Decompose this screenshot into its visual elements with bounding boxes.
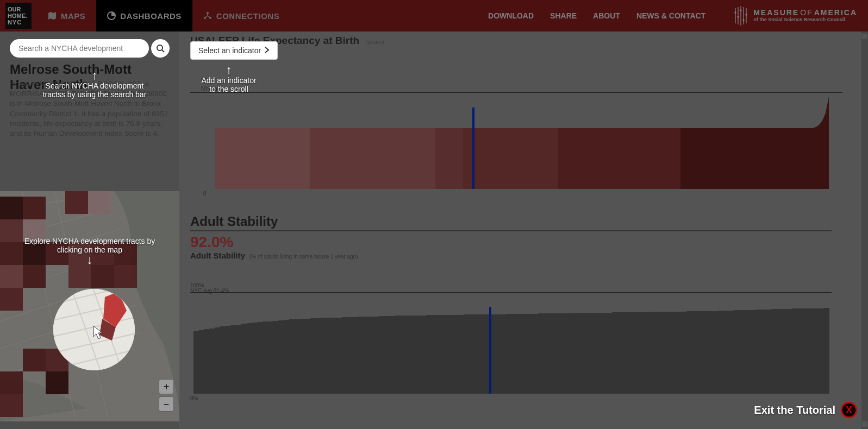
- pie-icon: [107, 11, 116, 20]
- chart2-value: 92.0%: [190, 234, 842, 251]
- svg-point-13: [746, 14, 747, 15]
- moa-word-1: MEASURE: [753, 8, 799, 17]
- moa-word-3: AMERICA: [814, 8, 857, 17]
- app-logo[interactable]: OUR HOME. NYC: [5, 3, 32, 29]
- vertical-scrollbar[interactable]: [861, 31, 868, 429]
- link-news-contact[interactable]: NEWS & CONTACT: [636, 11, 705, 20]
- svg-rect-46: [46, 371, 68, 394]
- logo-line-1: OUR: [8, 6, 21, 12]
- zoom-in-button[interactable]: +: [159, 379, 174, 394]
- svg-rect-28: [65, 191, 88, 214]
- zoom-controls: + –: [159, 379, 174, 412]
- svg-line-15: [162, 50, 164, 52]
- svg-rect-48: [0, 394, 23, 417]
- up-arrow-icon: ↑: [35, 70, 154, 81]
- primary-nav: MAPS DASHBOARDS CONNECTIONS: [37, 0, 290, 31]
- chart2-sub: Adult Stability (% of adults living in s…: [190, 251, 842, 260]
- chart2-highlight: [489, 307, 491, 394]
- moa-text: MEASUREOFAMERICA of the Social Science R…: [753, 9, 857, 22]
- nav-dashboards[interactable]: DASHBOARDS: [96, 0, 192, 31]
- moa-word-2: OF: [800, 8, 813, 17]
- svg-rect-41: [91, 265, 114, 288]
- map-icon: [48, 11, 57, 20]
- nav-dashboards-label: DASHBOARDS: [120, 11, 182, 21]
- link-download[interactable]: DOWNLOAD: [488, 11, 534, 20]
- search-icon: [156, 44, 165, 53]
- section-adult-stability: Adult Stability 92.0% Adult Stability (%…: [190, 214, 842, 260]
- tutorial-indicator-tip-l2: to the scroll: [199, 85, 259, 93]
- search-wrap: [10, 39, 170, 58]
- tutorial-indicator-tip-l1: Add an indicator: [199, 76, 259, 85]
- svg-rect-26: [0, 197, 23, 219]
- svg-rect-47: [0, 371, 23, 394]
- svg-rect-27: [23, 197, 46, 219]
- svg-rect-30: [0, 219, 23, 242]
- chart1-bars[interactable]: [215, 91, 828, 189]
- chart2: 100% NYC avg 91.4% 0%: [190, 282, 842, 399]
- moa-mark-icon: [733, 6, 749, 26]
- chevron-right-icon: [264, 46, 270, 55]
- svg-rect-29: [88, 191, 111, 214]
- nav-maps-label: MAPS: [61, 11, 85, 21]
- svg-rect-39: [23, 265, 46, 288]
- chart1: 94 NYC av 0: [190, 66, 842, 197]
- chart2-ymin: 0%: [190, 395, 198, 401]
- tutorial-map-tip-text: Explore NYCHA development tracts by clic…: [22, 237, 158, 254]
- svg-point-9: [735, 11, 736, 13]
- svg-rect-43: [0, 288, 23, 311]
- exit-tutorial-label: Exit the Tutorial: [754, 404, 835, 417]
- main-content: USALEEP Life Expectancy at Birth (years)…: [179, 31, 868, 429]
- svg-point-12: [743, 19, 745, 21]
- tutorial-indicator-tip: ↑ Add an indicator to the scroll: [199, 64, 259, 93]
- up-arrow-icon: ↑: [199, 64, 259, 76]
- svg-point-11: [740, 9, 742, 11]
- tutorial-search-tip: ↑ Search NYCHA development tractss by us…: [35, 70, 154, 99]
- exit-tutorial-button[interactable]: Exit the Tutorial X: [754, 402, 857, 418]
- select-indicator-button[interactable]: Select an indicator: [190, 41, 278, 60]
- chart1-unit: (years): [365, 39, 384, 45]
- chart2-nycavg: NYC avg 91.4%: [190, 288, 229, 294]
- chart1-highlight: [472, 108, 474, 189]
- svg-rect-42: [114, 265, 137, 288]
- svg-rect-38: [0, 265, 23, 288]
- svg-point-14: [157, 45, 163, 51]
- search-button[interactable]: [151, 39, 170, 58]
- svg-point-1: [207, 12, 209, 14]
- chart2-sub-text: Adult Stability: [190, 251, 245, 260]
- nav-connections[interactable]: CONNECTIONS: [192, 0, 290, 31]
- close-icon[interactable]: X: [841, 402, 857, 418]
- down-arrow-icon: ↓: [22, 254, 158, 266]
- zoom-out-button[interactable]: –: [159, 396, 174, 412]
- link-about[interactable]: ABOUT: [593, 11, 620, 20]
- tutorial-map-tip: Explore NYCHA development tracts by clic…: [22, 237, 158, 266]
- chart2-avg-line: [190, 292, 832, 293]
- link-share[interactable]: SHARE: [550, 11, 577, 20]
- svg-rect-44: [23, 349, 46, 371]
- network-icon: [203, 11, 212, 20]
- chart2-title: Adult Stability: [190, 214, 832, 231]
- scroll-down-icon[interactable]: [862, 421, 867, 427]
- chart2-bars[interactable]: [193, 301, 829, 394]
- nav-maps[interactable]: MAPS: [37, 0, 96, 31]
- tutorial-search-tip-text: Search NYCHA development tractss by usin…: [35, 81, 154, 99]
- select-indicator-label: Select an indicator: [198, 46, 261, 55]
- chart2-sub-unit: (% of adults living in same house 1 year…: [249, 254, 358, 260]
- header-right: DOWNLOAD SHARE ABOUT NEWS & CONTACT MEAS…: [488, 6, 868, 26]
- chart1-ymin: 0: [203, 191, 207, 197]
- moa-subtitle: of the Social Science Research Council: [753, 17, 857, 23]
- search-input[interactable]: [10, 39, 149, 58]
- measure-of-america-logo[interactable]: MEASUREOFAMERICA of the Social Science R…: [733, 6, 857, 26]
- logo-line-3: NYC: [8, 19, 22, 26]
- cursor-icon: [92, 325, 103, 340]
- svg-rect-32: [0, 242, 23, 265]
- svg-point-10: [738, 16, 739, 17]
- scroll-up-icon[interactable]: [862, 34, 867, 39]
- map-panel[interactable]: + –: [0, 191, 179, 421]
- svg-rect-40: [68, 265, 91, 288]
- app-header: OUR HOME. NYC MAPS DASHBOARDS CONNECTION…: [0, 0, 868, 31]
- nav-connections-label: CONNECTIONS: [216, 11, 279, 21]
- logo-line-2: HOME.: [8, 12, 27, 19]
